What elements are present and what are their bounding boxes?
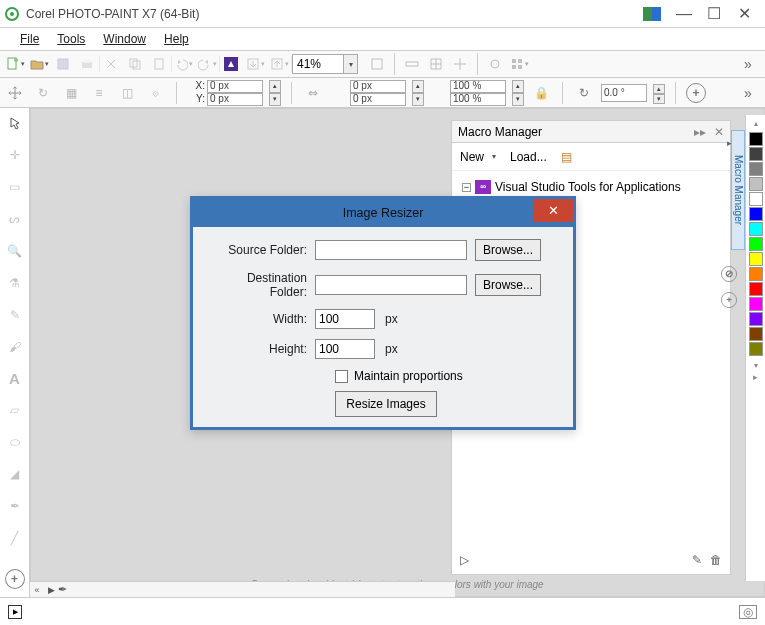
color-swatch[interactable] (749, 267, 763, 281)
zoom-combo[interactable]: ▾ (292, 54, 358, 74)
wh-spinner[interactable]: ▴▾ (412, 80, 424, 106)
add-preset-button[interactable]: + (686, 83, 706, 103)
color-null-swatch[interactable]: ⊘ (721, 266, 737, 282)
save-button[interactable] (52, 53, 74, 75)
transform-icon[interactable]: ◫ (116, 82, 138, 104)
dialog-titlebar[interactable]: Image Resizer ✕ (193, 199, 573, 227)
sy-field[interactable]: 100 % (450, 93, 506, 106)
sx-field[interactable]: 100 % (450, 80, 506, 93)
paste-button[interactable] (148, 53, 170, 75)
lock-ratio-icon[interactable]: 🔒 (530, 82, 552, 104)
height-input[interactable] (315, 339, 375, 359)
minimize-button[interactable]: — (675, 5, 693, 23)
resize-images-button[interactable]: Resize Images (335, 391, 437, 417)
dest-folder-input[interactable] (315, 275, 467, 295)
cut-button[interactable] (100, 53, 122, 75)
clone-tool[interactable]: ⚗ (4, 272, 26, 294)
export-button[interactable]: ▾ (268, 53, 290, 75)
guideline-button[interactable] (449, 53, 471, 75)
dock-menu-icon[interactable]: ▸ (727, 138, 732, 148)
panel-close-icon[interactable]: ✕ (714, 125, 724, 139)
dest-browse-button[interactable]: Browse... (475, 274, 541, 296)
move-icon[interactable] (4, 82, 26, 104)
source-browse-button[interactable]: Browse... (475, 239, 541, 261)
status-layers-icon[interactable]: ◎ (739, 605, 757, 619)
palette-up-icon[interactable]: ▴ (754, 119, 758, 128)
maintain-proportions-checkbox[interactable] (335, 370, 348, 383)
refresh-icon[interactable]: ↻ (32, 82, 54, 104)
effect-tool[interactable]: ✎ (4, 304, 26, 326)
color-swatch[interactable] (749, 222, 763, 236)
close-button[interactable]: ✕ (735, 5, 753, 23)
eraser-tool[interactable]: ▱ (4, 399, 26, 421)
grid-button[interactable] (425, 53, 447, 75)
macro-editor-icon[interactable]: ▤ (561, 150, 572, 164)
zoom-tool[interactable]: 🔍 (4, 240, 26, 262)
panel-collapse-icon[interactable]: ▸▸ (694, 125, 706, 139)
menu-tools[interactable]: Tools (49, 30, 93, 48)
color-swatch[interactable] (749, 237, 763, 251)
menu-help[interactable]: Help (156, 30, 197, 48)
tree-expand-icon[interactable]: − (462, 183, 471, 192)
rotation-spinner[interactable]: ▴▾ (653, 84, 665, 102)
tree-root-label[interactable]: Visual Studio Tools for Applications (495, 177, 681, 197)
scale-spinner[interactable]: ▴▾ (512, 80, 524, 106)
fill-tool[interactable]: ◢ (4, 463, 26, 485)
eyedropper-icon[interactable]: ✒ (58, 583, 76, 596)
toolbar-overflow[interactable]: » (735, 56, 761, 72)
menu-window[interactable]: Window (95, 30, 154, 48)
app-launcher-button[interactable]: ▾ (508, 53, 530, 75)
color-swatch[interactable] (749, 297, 763, 311)
x-field[interactable]: 0 px (207, 80, 263, 93)
ruler-button[interactable] (401, 53, 423, 75)
color-swatch[interactable] (749, 312, 763, 326)
options-button[interactable] (484, 53, 506, 75)
color-swatch[interactable] (749, 147, 763, 161)
copy-button[interactable] (124, 53, 146, 75)
color-swatch[interactable] (749, 342, 763, 356)
macro-manager-dock-tab[interactable]: Macro Manager (731, 130, 745, 250)
fullscreen-button[interactable] (366, 53, 388, 75)
nav-left[interactable]: « (30, 585, 44, 595)
chevron-down-icon[interactable]: ▾ (343, 55, 357, 73)
color-swatch[interactable] (749, 327, 763, 341)
color-swatch[interactable] (749, 192, 763, 206)
launch-button[interactable] (220, 53, 242, 75)
lasso-tool[interactable]: ᔕ (4, 208, 26, 230)
chevron-down-icon[interactable]: ▾ (492, 152, 496, 161)
color-swatch[interactable] (749, 282, 763, 296)
palette-down-icon[interactable]: ▾ (754, 361, 758, 370)
print-button[interactable] (76, 53, 98, 75)
color-swatch[interactable] (749, 162, 763, 176)
redo-button[interactable]: ▾ (196, 53, 218, 75)
macro-delete-icon[interactable]: 🗑 (710, 553, 722, 567)
toolbox-add-button[interactable]: + (5, 569, 25, 589)
crop-icon[interactable]: ⟐ (144, 82, 166, 104)
dialog-close-button[interactable]: ✕ (533, 199, 573, 222)
rotation-field[interactable]: 0.0 ° (601, 84, 647, 102)
pick-tool[interactable] (4, 112, 26, 134)
undo-button[interactable]: ▾ (172, 53, 194, 75)
zoom-input[interactable] (293, 55, 343, 73)
nav-right[interactable]: ▶ (44, 585, 58, 595)
marquee-tool[interactable]: ▭ (4, 176, 26, 198)
width-input[interactable] (315, 309, 375, 329)
macro-load-button[interactable]: Load... (510, 150, 547, 164)
macro-play-button[interactable]: ▷ (460, 553, 469, 567)
color-swatch[interactable] (749, 252, 763, 266)
align-icon[interactable]: ▦ (60, 82, 82, 104)
brush-tool[interactable]: 🖌 (4, 336, 26, 358)
new-button[interactable]: ▾ (4, 53, 26, 75)
propbar-overflow[interactable]: » (735, 85, 761, 101)
source-folder-input[interactable] (315, 240, 467, 260)
xy-spinner[interactable]: ▴▾ (269, 80, 281, 106)
y-field[interactable]: 0 px (207, 93, 263, 106)
distribute-icon[interactable]: ≡ (88, 82, 110, 104)
w-field[interactable]: 0 px (350, 80, 406, 93)
open-button[interactable]: ▾ (28, 53, 50, 75)
color-add-button[interactable]: + (721, 292, 737, 308)
color-swatch[interactable] (749, 177, 763, 191)
line-tool[interactable]: ╱ (4, 527, 26, 549)
status-play-icon[interactable]: ▶ (8, 605, 22, 619)
dropper-tool[interactable]: ✒ (4, 495, 26, 517)
